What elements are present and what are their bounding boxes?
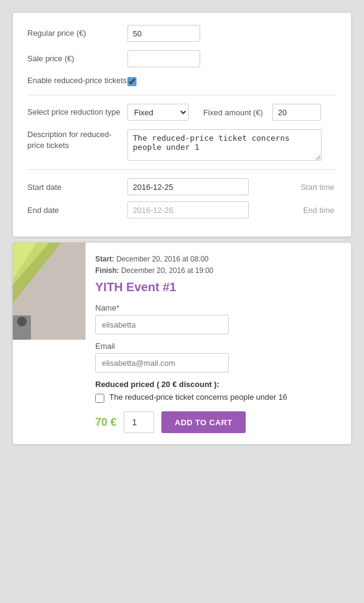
end-date-row: End date End time bbox=[27, 201, 337, 218]
add-to-cart-button[interactable]: ADD TO CART bbox=[161, 411, 246, 433]
reduced-price-desc: The reduced-price ticket concerns people… bbox=[109, 392, 287, 402]
start-date-pair: Start time bbox=[127, 178, 337, 195]
email-input[interactable] bbox=[95, 353, 229, 372]
event-title: YITH Event #1 bbox=[95, 279, 340, 295]
name-input[interactable] bbox=[95, 315, 229, 334]
reduced-price-checkbox-row: The reduced-price ticket concerns people… bbox=[95, 392, 340, 403]
form-panel: Regular price (€) Sale price (€) Enable … bbox=[12, 12, 352, 237]
sale-price-input[interactable] bbox=[127, 50, 200, 67]
description-row: Description for reduced-price tickets Th… bbox=[27, 129, 337, 161]
end-date-pair: End time bbox=[127, 201, 337, 218]
sale-price-row: Sale price (€) bbox=[27, 50, 337, 67]
event-dates: Start: December 20, 2016 at 08:00 Finish… bbox=[95, 254, 340, 277]
reduction-type-label: Select price reduction type bbox=[27, 107, 127, 118]
name-field-group: Name* bbox=[95, 303, 340, 334]
product-image bbox=[13, 243, 86, 444]
regular-price-row: Regular price (€) bbox=[27, 25, 337, 42]
reduced-price-label: Reduced priced ( 20 € discount ): bbox=[95, 380, 340, 389]
sale-price-label: Sale price (€) bbox=[27, 53, 127, 64]
end-time-label: End time bbox=[303, 206, 337, 215]
price-row: 70 € ADD TO CART bbox=[95, 411, 340, 433]
enable-reduced-checkbox[interactable] bbox=[127, 77, 136, 86]
regular-price-input[interactable] bbox=[127, 25, 200, 42]
start-date-row: Start date Start time bbox=[27, 178, 337, 195]
reduction-controls: Fixed Percentage Fixed amount (€) bbox=[127, 104, 321, 121]
finish-date-display: Finish: December 20, 2016 at 19:00 bbox=[95, 265, 340, 277]
email-label: Email bbox=[95, 342, 340, 351]
enable-reduced-label: Enable reduced-price tickets bbox=[27, 76, 127, 85]
enable-reduced-row: Enable reduced-price tickets bbox=[27, 76, 337, 86]
finish-value: December 20, 2016 at 19:00 bbox=[121, 266, 214, 275]
end-date-label: End date bbox=[27, 206, 127, 215]
product-inner: Start: December 20, 2016 at 08:00 Finish… bbox=[13, 243, 351, 444]
description-label: Description for reduced-price tickets bbox=[27, 129, 127, 151]
start-date-label: Start date bbox=[27, 183, 127, 192]
regular-price-label: Regular price (€) bbox=[27, 28, 127, 39]
start-date-display: Start: December 20, 2016 at 08:00 bbox=[95, 254, 340, 265]
end-date-input[interactable] bbox=[127, 201, 249, 218]
reduced-price-section: Reduced priced ( 20 € discount ): The re… bbox=[95, 380, 340, 403]
reduction-type-row: Select price reduction type Fixed Percen… bbox=[27, 104, 337, 121]
email-field-group: Email bbox=[95, 342, 340, 372]
product-details: Start: December 20, 2016 at 08:00 Finish… bbox=[86, 243, 351, 444]
start-value: December 20, 2016 at 08:00 bbox=[116, 255, 209, 263]
svg-point-5 bbox=[17, 317, 27, 326]
reduced-price-checkbox[interactable] bbox=[95, 394, 104, 403]
price-display: 70 € bbox=[95, 416, 116, 429]
start-label: Start: bbox=[95, 255, 114, 263]
reduction-type-select[interactable]: Fixed Percentage bbox=[127, 104, 189, 121]
fixed-amount-label: Fixed amount (€) bbox=[203, 108, 263, 117]
description-textarea[interactable]: The reduced-price ticket concerns people… bbox=[127, 129, 322, 161]
fixed-amount-input[interactable] bbox=[272, 104, 321, 121]
start-date-input[interactable] bbox=[127, 178, 249, 195]
start-time-label: Start time bbox=[300, 183, 337, 192]
finish-label: Finish: bbox=[95, 266, 119, 275]
quantity-input[interactable] bbox=[124, 411, 154, 433]
name-label: Name* bbox=[95, 303, 340, 312]
product-panel: Start: December 20, 2016 at 08:00 Finish… bbox=[12, 242, 352, 445]
